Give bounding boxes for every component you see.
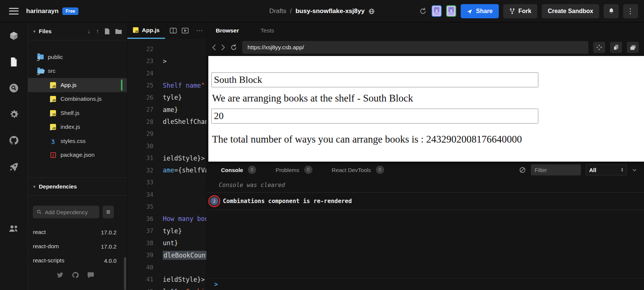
- line-number: 29: [127, 130, 153, 137]
- console-input-row[interactable]: >: [207, 278, 644, 290]
- code-line[interactable]: 30: [127, 140, 206, 152]
- view-toggle-editor[interactable]: [432, 5, 442, 17]
- code-line[interactable]: 38 unt}: [127, 237, 206, 249]
- preview-panel: Browser Tests: [206, 22, 644, 290]
- code-line[interactable]: 31 ieldStyle}>: [127, 152, 206, 165]
- responsive-preview-button[interactable]: [593, 42, 605, 53]
- file-name: styles.css: [60, 138, 85, 144]
- create-sandbox-button[interactable]: Create Sandbox: [542, 4, 599, 18]
- new-file-icon[interactable]: [105, 28, 110, 34]
- editor-overflow-menu-icon[interactable]: ⋯: [196, 26, 203, 35]
- refresh-preview-icon[interactable]: [419, 7, 427, 15]
- code-line[interactable]: 37 tyle}: [127, 225, 206, 237]
- file-tree-item[interactable]: ʒ index.js: [28, 120, 127, 134]
- dependencies-section-header[interactable]: ▾ Dependencies: [28, 178, 127, 196]
- log-level-select[interactable]: All ▲▼: [586, 164, 627, 175]
- globe-icon[interactable]: [368, 8, 375, 15]
- dependency-row[interactable]: react 17.0.2: [28, 225, 127, 239]
- files-section-header[interactable]: ▾ Files ↓ ↑: [28, 22, 127, 40]
- console-tab[interactable]: React DevTools 0: [332, 166, 384, 174]
- reload-icon[interactable]: [230, 44, 237, 51]
- code-line[interactable]: 24: [127, 67, 206, 79]
- url-input[interactable]: [242, 41, 588, 54]
- deployment-rocket-icon[interactable]: [9, 161, 19, 172]
- export-icon[interactable]: ↑: [96, 28, 99, 35]
- view-toggle-preview[interactable]: [446, 5, 456, 17]
- notifications-button[interactable]: [604, 4, 619, 18]
- share-button[interactable]: Share: [461, 4, 498, 18]
- file-tree-item[interactable]: ʒ Shelf.js: [28, 106, 127, 120]
- live-collaboration-icon[interactable]: [9, 223, 19, 234]
- preview-tab[interactable]: Tests: [261, 27, 274, 34]
- breadcrumb-drafts[interactable]: Drafts: [269, 7, 286, 15]
- console-message-row[interactable]: 2 Combinations component is re-rendered: [207, 192, 644, 210]
- code-line[interactable]: 28 dleShelfChang: [127, 116, 206, 128]
- import-icon[interactable]: ↓: [87, 28, 90, 35]
- more-options-button[interactable]: ⋮: [623, 4, 638, 18]
- project-name[interactable]: busy-snowflake-xsj8yy: [295, 7, 364, 15]
- file-tree-item[interactable]: ʒ App.js: [28, 78, 127, 92]
- sidebar-scrollbar-thumb[interactable]: [124, 257, 126, 290]
- line-text: tyle}: [163, 227, 182, 235]
- code-line[interactable]: 32 ame={shelfVal: [127, 164, 206, 177]
- code-line[interactable]: 41 ieldStyle}>: [127, 274, 206, 286]
- code-line[interactable]: 40: [127, 261, 206, 274]
- settings-gear-icon[interactable]: [9, 109, 19, 119]
- new-folder-icon[interactable]: [115, 29, 122, 34]
- file-type-icon: ʒ: [37, 54, 44, 60]
- fork-button[interactable]: Fork: [503, 4, 538, 18]
- github-icon[interactable]: [9, 135, 19, 146]
- code-line[interactable]: 29: [127, 128, 206, 140]
- open-new-window-button[interactable]: [610, 42, 622, 53]
- open-preview-icon[interactable]: [181, 27, 189, 34]
- dependency-menu-button[interactable]: ≡: [103, 206, 114, 218]
- total-ways-text: The total number of ways you can arrange…: [212, 132, 641, 147]
- github-icon[interactable]: [72, 271, 79, 279]
- code-line[interactable]: 39 dleBookCount: [127, 249, 206, 262]
- code-line[interactable]: 34: [127, 188, 206, 201]
- file-tree-item[interactable]: ʒ styles.css: [28, 134, 127, 148]
- twitter-icon[interactable]: [56, 271, 64, 279]
- code-line[interactable]: 36 How many boo: [127, 213, 206, 225]
- console-tab[interactable]: Console 0: [221, 166, 256, 174]
- code-line[interactable]: 26 tyle}: [127, 91, 206, 104]
- file-tree-item[interactable]: ʒ Combinations.js: [28, 92, 127, 106]
- code-line[interactable]: 25 Shelf name": [127, 79, 206, 92]
- open-external-browser-button[interactable]: [627, 42, 639, 53]
- code-line[interactable]: 42 } && <Combi: [127, 286, 206, 290]
- collapse-panel-chevron-icon[interactable]: [632, 167, 637, 173]
- search-icon[interactable]: [9, 83, 19, 93]
- code-line[interactable]: 33: [127, 177, 206, 189]
- dependency-row[interactable]: react-dom 17.0.2: [28, 239, 127, 253]
- section-divider: [28, 162, 127, 178]
- preview-tab[interactable]: Browser: [216, 27, 239, 34]
- menu-icon[interactable]: [9, 8, 19, 15]
- file-explorer-icon[interactable]: [9, 57, 19, 67]
- back-icon[interactable]: [212, 44, 216, 51]
- sandbox-info-icon[interactable]: [9, 31, 19, 41]
- forward-icon[interactable]: [221, 44, 225, 51]
- console-filter-input[interactable]: [531, 164, 581, 175]
- file-tree-item[interactable]: ʒ package.json: [28, 148, 127, 162]
- tab-appjs[interactable]: App.js: [127, 22, 165, 39]
- file-tree-item[interactable]: ʒ public: [28, 50, 127, 64]
- add-dependency-input[interactable]: [45, 209, 96, 215]
- line-number: 37: [127, 227, 153, 234]
- code-area[interactable]: 22 23 > 24 25 Shelf name": [127, 39, 206, 290]
- clear-console-icon[interactable]: [519, 166, 526, 174]
- code-line[interactable]: 35: [127, 201, 206, 213]
- line-number: 42: [127, 288, 153, 290]
- console-tab[interactable]: Problems 0: [276, 166, 312, 174]
- preview-tab-bar: Browser Tests: [207, 22, 644, 39]
- chat-icon[interactable]: [87, 271, 94, 279]
- line-number: 22: [127, 46, 153, 53]
- file-name: src: [48, 68, 56, 74]
- shelf-name-input[interactable]: [211, 72, 538, 87]
- code-line[interactable]: 23 >: [127, 55, 206, 68]
- code-line[interactable]: 22: [127, 43, 206, 55]
- file-tree-item[interactable]: ʒ src: [28, 64, 127, 78]
- code-line[interactable]: 27 ame}: [127, 104, 206, 116]
- book-count-input[interactable]: [211, 109, 538, 124]
- dependency-row[interactable]: react-scripts 4.0.0: [28, 253, 127, 268]
- split-editor-icon[interactable]: [169, 27, 177, 34]
